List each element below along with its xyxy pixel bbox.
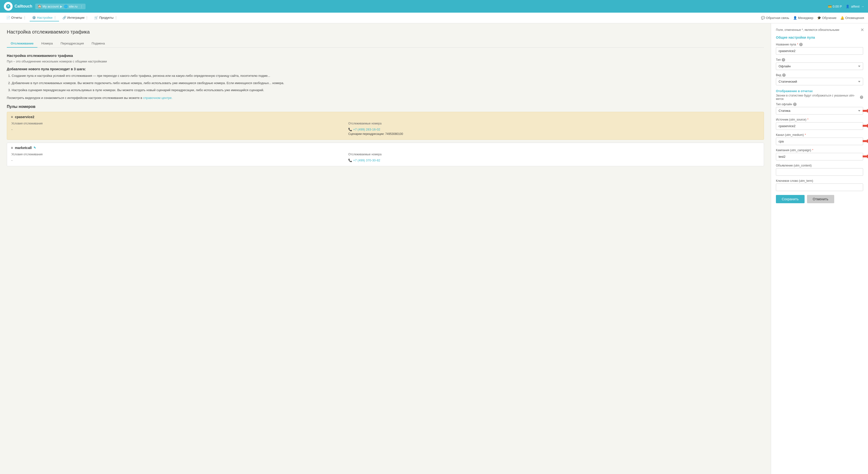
svg-marker-4 — [863, 154, 868, 158]
training-icon: 🎓 — [817, 16, 821, 20]
arrow-indicator-campaign — [863, 154, 868, 158]
help-link[interactable]: справочном центре. — [143, 96, 173, 100]
pool-name-input[interactable] — [776, 47, 863, 55]
type-label: Тип ? — [776, 58, 863, 61]
balance-display[interactable]: 💳 0.00 Р — [828, 5, 842, 8]
channel-input[interactable] — [776, 138, 863, 145]
tabs: Отслеживание Номера Переадресация Подмен… — [7, 40, 764, 48]
pools-title: Пулы номеров — [7, 105, 764, 109]
offline-type-help-icon[interactable]: ? — [793, 102, 797, 106]
save-button[interactable]: Сохранить — [776, 195, 805, 203]
phone-icon-2: 📞 — [348, 158, 352, 162]
scenario-cpaservice2: Сценарии переадресации: 74953080100 — [348, 132, 760, 136]
channel-required: * — [805, 133, 806, 137]
col-conditions-2: Условия отслеживания — [11, 153, 348, 157]
nav-training[interactable]: 🎓 Обучение — [817, 16, 836, 20]
reports-icon: 📄 — [6, 16, 10, 20]
keyword-input[interactable] — [776, 183, 863, 191]
tab-substitution[interactable]: Подмена — [88, 40, 108, 48]
logo[interactable]: Calltouch — [4, 2, 32, 11]
pool-card-cpaservice2[interactable]: ≡ cpaservice2 Условия отслеживания Отсле… — [7, 112, 764, 140]
panel-footer: Сохранить Отменить — [776, 195, 863, 203]
numbers-cell: 📞 +7 (499) 283-16-02 Сценарии переадреса… — [348, 127, 760, 136]
form-group-name: Название пула * ? — [776, 43, 863, 55]
pool-icon-cpaservice2: ≡ — [11, 115, 13, 119]
view-select[interactable]: Статический Динамический — [776, 78, 863, 85]
nav-products[interactable]: 🛒 Продукты ⋮ — [92, 14, 120, 21]
numbers-cell-2: 📞 +7 (499) 370-30-82 — [348, 158, 760, 162]
name-label: Название пула * ? — [776, 43, 863, 46]
nav-alerts[interactable]: 🔔 Оповещения — [840, 16, 864, 20]
nav-reports[interactable]: 📄 Отчеты ⋮ — [4, 14, 29, 21]
pool-header-cpaservice2: ≡ cpaservice2 — [11, 115, 760, 119]
reports-hint: Звонки в статистике будут отображаться с… — [776, 94, 863, 101]
campaign-input[interactable] — [776, 153, 863, 160]
source-wrapper — [776, 122, 863, 130]
reports-more-icon[interactable]: ⋮ — [23, 16, 26, 20]
ad-input[interactable] — [776, 168, 863, 176]
integrations-more-icon[interactable]: ⋮ — [85, 16, 89, 20]
form-group-type: Тип ? Офлайн Онлайн — [776, 58, 863, 70]
phone-cpaservice2[interactable]: 📞 +7 (499) 283-16-02 — [348, 128, 760, 131]
form-group-source: Источник (utm_source) * — [776, 118, 863, 130]
pool-card-marketcall[interactable]: ≡ marketcall ✎ Условия отслеживания Отсл… — [7, 143, 764, 166]
arrow-indicator-source — [863, 124, 868, 128]
pool-edit-icon-marketcall[interactable]: ✎ — [34, 146, 36, 149]
close-panel-button[interactable]: ✕ — [861, 27, 864, 33]
breadcrumb[interactable]: 🏠 My account ▶ 🌐 site.ru ⋮ — [35, 4, 86, 9]
section-desc: Пул – это объединение нескольких номеров… — [7, 60, 764, 63]
cancel-button[interactable]: Отменить — [807, 195, 834, 203]
help-text: Посмотреть видеоурок и ознакомиться с ин… — [7, 96, 764, 100]
nav-integrations[interactable]: 🔗 Интеграции ⋮ — [60, 14, 91, 21]
name-help-icon[interactable]: ? — [799, 43, 803, 46]
condition-value-2: - — [11, 158, 348, 162]
step-2: Добавление в пул отслеживаемых номеров. … — [12, 81, 764, 86]
step-3: Настройка сценария переадресации на испо… — [12, 88, 764, 93]
form-group-keyword: Ключевое слово (utm_term) — [776, 179, 863, 191]
reports-hint-icon[interactable]: ? — [860, 95, 863, 99]
source-input[interactable] — [776, 122, 863, 130]
nav-manager[interactable]: 👤 Менеджер — [793, 16, 813, 20]
offline-type-label: Тип офлайн ? — [776, 102, 863, 106]
user-info[interactable]: 👤 alftest → — [846, 5, 864, 8]
svg-marker-3 — [863, 139, 868, 143]
secondary-navigation: 📄 Отчеты ⋮ ⚙️ Настройки ⋮ 🔗 Интеграции ⋮… — [0, 12, 868, 23]
phone-icon: 📞 — [348, 128, 352, 131]
name-required: * — [797, 43, 798, 46]
settings-icon: ⚙️ — [32, 16, 36, 20]
view-label: Вид ? — [776, 73, 863, 77]
page-title: Настройка отслеживаемого трафика — [7, 29, 764, 35]
breadcrumb-myaccount[interactable]: 🏠 My account — [38, 5, 59, 8]
phone-marketcall[interactable]: 📞 +7 (499) 370-30-82 — [348, 158, 760, 162]
right-panel: Поля, отмеченные *, являются обязательны… — [771, 23, 868, 474]
breadcrumb-more[interactable]: ⋮ — [80, 5, 83, 8]
products-icon: 🛒 — [94, 16, 98, 20]
products-more-icon[interactable]: ⋮ — [115, 16, 118, 20]
balance-value: 0.00 Р — [833, 5, 842, 8]
arrow-indicator-offline — [863, 109, 868, 113]
channel-wrapper — [776, 138, 863, 145]
form-group-channel: Канал (utm_medium) * — [776, 133, 863, 145]
type-help-icon[interactable]: ? — [782, 58, 785, 61]
col-conditions: Условия отслеживания — [11, 122, 348, 127]
manager-icon: 👤 — [793, 16, 797, 20]
nav-feedback[interactable]: 💬 Обратная связь — [761, 16, 789, 20]
reports-section-title: Отображение в отчетах — [776, 89, 863, 93]
breadcrumb-site[interactable]: 🌐 site.ru — [64, 5, 77, 8]
settings-more-icon[interactable]: ⋮ — [54, 16, 57, 20]
logout-icon[interactable]: → — [861, 5, 864, 8]
required-note: Поля, отмеченные *, являются обязательны… — [776, 28, 863, 32]
nav-settings[interactable]: ⚙️ Настройки ⋮ — [30, 14, 59, 21]
logo-icon — [4, 2, 13, 11]
tab-forwarding[interactable]: Переадресация — [57, 40, 88, 48]
view-help-icon[interactable]: ? — [782, 73, 786, 77]
pool-name-marketcall: marketcall — [15, 146, 32, 150]
type-select[interactable]: Офлайн Онлайн — [776, 62, 863, 70]
source-label: Источник (utm_source) * — [776, 118, 863, 121]
campaign-label: Кампания (utm_campaign) * — [776, 149, 863, 152]
offline-type-select[interactable]: Статика Динамика — [776, 107, 863, 115]
myaccount-icon: 🏠 — [38, 5, 41, 8]
form-group-offline-type: Тип офлайн ? Статика Динамика — [776, 102, 863, 115]
tab-tracking[interactable]: Отслеживание — [7, 40, 37, 48]
tab-numbers[interactable]: Номера — [37, 40, 57, 48]
